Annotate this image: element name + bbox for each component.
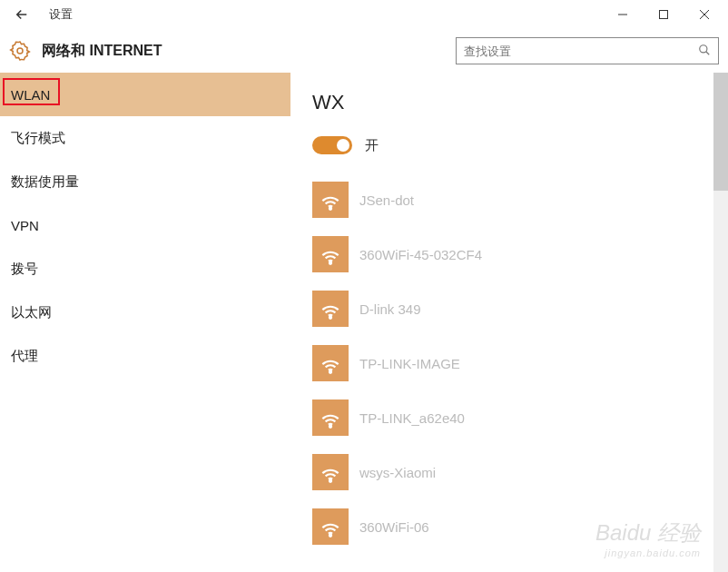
maximize-icon [659,10,668,19]
svg-point-9 [330,317,331,319]
wifi-item[interactable]: wsys-Xiaomi [312,454,728,490]
wifi-item[interactable]: TP-LINK-IMAGE [312,345,728,381]
svg-point-13 [330,535,331,537]
sidebar-item-ethernet[interactable]: 以太网 [0,291,290,334]
wifi-icon [312,182,349,218]
svg-point-12 [330,480,331,482]
wlan-toggle-label: 开 [365,137,379,154]
close-icon [700,10,709,19]
svg-point-5 [700,44,707,52]
wifi-icon [312,399,349,436]
svg-rect-1 [659,11,667,19]
section-title: WX [312,91,728,114]
sidebar-item-label: 拨号 [11,261,38,278]
content: WX 开 JSen-dot360WiFi-45-032CF4D-link 349… [290,73,728,572]
sidebar-item-data-usage[interactable]: 数据使用量 [0,160,290,203]
svg-point-10 [330,371,331,373]
wifi-item[interactable]: 360WiFi-45-032CF4 [312,236,728,272]
arrow-left-icon [14,6,30,23]
sidebar-item-label: 以太网 [11,304,52,321]
sidebar-item-airplane[interactable]: 飞行模式 [0,116,290,160]
wifi-item[interactable]: D-link 349 [312,291,728,327]
close-button[interactable] [684,0,724,29]
svg-line-6 [706,51,710,54]
sidebar: WLAN 飞行模式 数据使用量 VPN 拨号 以太网 代理 [0,73,290,572]
scrollbar-thumb[interactable] [713,73,728,191]
search-icon [698,44,711,59]
titlebar: 设置 [0,0,728,29]
window-title: 设置 [49,6,73,23]
svg-point-4 [17,48,23,54]
sidebar-item-label: 飞行模式 [11,130,65,147]
wifi-icon [312,236,349,272]
svg-point-7 [330,208,331,210]
search-box[interactable] [456,37,719,64]
wifi-item[interactable]: JSen-dot [312,182,728,218]
wifi-ssid: TP-LINK-IMAGE [359,356,460,371]
window-controls [602,0,724,29]
sidebar-item-wlan[interactable]: WLAN [0,73,290,116]
back-button[interactable] [4,0,40,29]
sidebar-item-label: WLAN [11,87,50,103]
wifi-icon [312,291,349,327]
wifi-icon [312,508,349,545]
wifi-ssid: D-link 349 [359,301,421,317]
sidebar-item-label: 代理 [11,348,38,365]
sidebar-item-dialup[interactable]: 拨号 [0,247,290,291]
sidebar-item-vpn[interactable]: VPN [0,203,290,247]
wifi-ssid: TP-LINK_a62e40 [359,410,465,426]
body: WLAN 飞行模式 数据使用量 VPN 拨号 以太网 代理 WX 开 JSen-… [0,73,728,572]
maximize-button[interactable] [643,0,684,29]
wifi-icon [312,454,349,490]
wifi-ssid: 360WiFi-45-032CF4 [359,247,482,262]
wifi-ssid: JSen-dot [359,192,414,208]
svg-point-11 [330,426,331,428]
search-input[interactable] [464,44,698,58]
sidebar-item-label: VPN [11,218,39,233]
wifi-ssid: wsys-Xiaomi [359,465,436,480]
minimize-button[interactable] [602,0,643,29]
header: 网络和 INTERNET [0,29,728,73]
wifi-item[interactable]: 360WiFi-06 [312,508,728,545]
sidebar-item-label: 数据使用量 [11,173,79,191]
wifi-list: JSen-dot360WiFi-45-032CF4D-link 349TP-LI… [312,182,728,545]
wifi-ssid: 360WiFi-06 [359,519,429,535]
sidebar-item-proxy[interactable]: 代理 [0,334,290,378]
svg-point-8 [330,262,331,264]
minimize-icon [618,10,627,19]
page-title: 网络和 INTERNET [42,42,445,61]
wlan-toggle[interactable] [312,136,352,154]
wifi-item[interactable]: TP-LINK_a62e40 [312,399,728,436]
scrollbar[interactable] [713,73,728,572]
wlan-toggle-row: 开 [312,136,728,154]
wifi-icon [312,345,349,381]
gear-icon [9,40,31,62]
